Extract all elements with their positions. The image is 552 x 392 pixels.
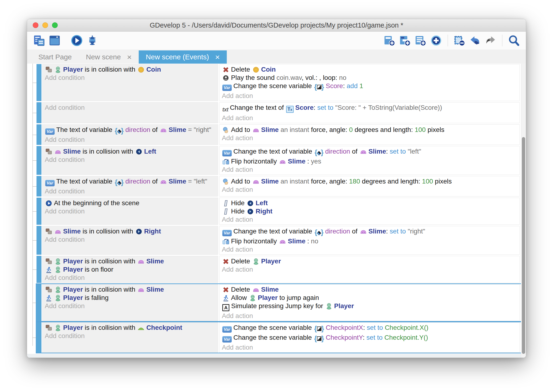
conditions-cell[interactable]: Slime is in collision with RightAdd cond… <box>42 226 218 255</box>
event-drag-bar[interactable] <box>36 124 41 145</box>
event-row[interactable]: Player is in collision with SlimePlayer … <box>36 256 526 283</box>
add-action-button[interactable]: Add action <box>222 215 517 224</box>
event-row[interactable]: Player is in collision with CoinAdd cond… <box>36 64 526 101</box>
action-line[interactable]: VarChange the text of variable {}directi… <box>222 227 517 237</box>
action-line[interactable]: Delete Player <box>222 257 517 265</box>
action-line[interactable]: Add to Slime an instant force, angle: 0 … <box>222 126 517 134</box>
actions-cell[interactable]: Delete CoinPlay the sound coin.wav, vol.… <box>219 64 520 101</box>
delete-selection-button[interactable] <box>453 34 466 47</box>
search-button[interactable] <box>507 34 521 47</box>
action-line[interactable]: Add to Slime an instant force, angle: 18… <box>222 177 517 185</box>
tab-new-scene-events[interactable]: New scene (Events) × <box>139 50 227 64</box>
add-condition-button[interactable]: Add condition <box>45 273 215 282</box>
event-row[interactable]: At the beginning of the sceneAdd conditi… <box>36 198 526 225</box>
undo-button[interactable] <box>468 34 482 47</box>
add-subevent-button[interactable] <box>398 34 412 47</box>
add-action-button[interactable]: Add action <box>222 92 517 100</box>
debug-button[interactable] <box>85 34 99 47</box>
add-condition-button[interactable]: Add condition <box>45 155 215 164</box>
redo-button[interactable] <box>484 34 497 47</box>
action-line[interactable]: Hide Left <box>222 199 517 207</box>
action-line[interactable]: Flip horizontally Slime : no <box>222 237 517 245</box>
event-drag-bar[interactable] <box>36 322 41 353</box>
add-condition-button[interactable]: Add condition <box>45 302 215 310</box>
condition-line[interactable]: Player is in collision with Coin <box>45 65 215 73</box>
condition-line[interactable]: Player is in collision with Slime <box>45 285 215 294</box>
maximize-window-button[interactable] <box>52 22 58 28</box>
conditions-cell[interactable]: Slime is in collision with LeftAdd condi… <box>42 146 218 175</box>
action-line[interactable]: txtChange the text of TxScore: set to "S… <box>222 103 517 114</box>
action-line[interactable]: ASimulate pressing Jump key for Player <box>222 302 517 312</box>
conditions-cell[interactable]: Add condition <box>42 102 218 123</box>
condition-line[interactable]: VarThe text of variable {}direction of S… <box>45 126 215 135</box>
add-action-button[interactable]: Add action <box>222 312 517 320</box>
conditions-cell[interactable]: Player is in collision with SlimePlayer … <box>42 256 218 283</box>
condition-line[interactable]: Player is in collision with Slime <box>45 257 215 265</box>
event-row[interactable]: Player is in collision with SlimePlayer … <box>36 284 526 321</box>
actions-cell[interactable]: txtChange the text of TxScore: set to "S… <box>219 102 520 123</box>
action-line[interactable]: Flip horizontally Slime : yes <box>222 157 517 165</box>
actions-cell[interactable]: Hide LeftHide RightAdd action <box>219 198 520 225</box>
event-row[interactable]: Player is in collision with CheckpointAd… <box>36 322 526 353</box>
event-row[interactable]: Add conditiontxtChange the text of TxSco… <box>36 102 526 123</box>
event-drag-bar[interactable] <box>36 102 41 123</box>
add-condition-button[interactable]: Add condition <box>45 135 215 144</box>
add-action-button[interactable]: Add action <box>222 185 517 194</box>
close-tab-icon[interactable]: × <box>215 53 220 61</box>
action-line[interactable]: VarChange the scene variable {}Checkpoin… <box>222 333 517 343</box>
tab-start-page[interactable]: Start Page <box>31 50 79 64</box>
add-action-button[interactable]: Add action <box>222 343 517 351</box>
condition-line[interactable]: Player is falling <box>45 294 215 302</box>
conditions-cell[interactable]: At the beginning of the sceneAdd conditi… <box>42 198 218 225</box>
actions-cell[interactable]: VarChange the text of variable {}directi… <box>219 226 520 255</box>
actions-cell[interactable]: VarChange the scene variable {}Checkpoin… <box>219 322 520 353</box>
actions-cell[interactable]: Add to Slime an instant force, angle: 0 … <box>219 124 520 145</box>
scrollbar-thumb[interactable] <box>522 137 525 354</box>
action-line[interactable]: Play the sound coin.wav, vol.: , loop: n… <box>222 73 517 82</box>
conditions-cell[interactable]: Player is in collision with CoinAdd cond… <box>42 64 218 101</box>
add-action-button[interactable]: Add action <box>222 265 517 273</box>
actions-cell[interactable]: Delete PlayerAdd action <box>219 256 520 283</box>
event-row[interactable]: VarThe text of variable {}direction of S… <box>36 176 526 196</box>
conditions-cell[interactable]: Player is in collision with CheckpointAd… <box>42 322 218 353</box>
condition-line[interactable]: VarThe text of variable {}direction of S… <box>45 177 215 187</box>
add-condition-button[interactable]: Add condition <box>45 73 215 82</box>
close-tab-icon[interactable]: × <box>127 53 132 61</box>
event-drag-bar[interactable] <box>36 284 41 321</box>
event-drag-bar[interactable] <box>36 176 41 196</box>
play-preview-button[interactable] <box>70 34 84 47</box>
add-condition-button[interactable]: Add condition <box>45 207 215 215</box>
action-line[interactable]: VarChange the scene variable {}Score: ad… <box>222 82 517 92</box>
event-row[interactable]: VarThe text of variable {}direction of S… <box>36 124 526 145</box>
actions-cell[interactable]: Delete SlimeAllow Player to jump againAS… <box>219 284 520 321</box>
add-condition-button[interactable]: Add condition <box>45 103 215 112</box>
action-line[interactable]: Delete Slime <box>222 285 517 294</box>
action-line[interactable]: Delete Coin <box>222 65 517 73</box>
add-event-button[interactable] <box>383 34 396 47</box>
event-drag-bar[interactable] <box>36 256 41 283</box>
add-condition-button[interactable]: Add condition <box>45 187 215 195</box>
condition-line[interactable]: Player is on floor <box>45 265 215 273</box>
event-drag-bar[interactable] <box>36 64 41 101</box>
add-condition-button[interactable]: Add condition <box>45 332 215 340</box>
add-action-button[interactable]: Add action <box>222 114 517 122</box>
condition-line[interactable]: Player is in collision with Checkpoint <box>45 323 215 332</box>
event-drag-bar[interactable] <box>36 146 41 175</box>
condition-line[interactable]: Slime is in collision with Right <box>45 227 215 235</box>
actions-cell[interactable]: VarChange the text of variable {}directi… <box>219 146 520 175</box>
add-action-button[interactable]: Add action <box>222 134 517 142</box>
conditions-cell[interactable]: Player is in collision with SlimePlayer … <box>42 284 218 321</box>
event-drag-bar[interactable] <box>36 198 41 225</box>
event-drag-bar[interactable] <box>36 226 41 255</box>
event-row[interactable]: Slime is in collision with RightAdd cond… <box>36 226 526 255</box>
action-line[interactable]: Allow Player to jump again <box>222 294 517 302</box>
conditions-cell[interactable]: VarThe text of variable {}direction of S… <box>42 124 218 145</box>
action-line[interactable]: Hide Right <box>222 207 517 215</box>
action-line[interactable]: VarChange the scene variable {}Checkpoin… <box>222 323 517 333</box>
condition-line[interactable]: Slime is in collision with Left <box>45 147 215 155</box>
add-comment-button[interactable] <box>414 34 428 47</box>
add-action-button[interactable]: Add action <box>222 245 517 253</box>
conditions-cell[interactable]: VarThe text of variable {}direction of S… <box>42 176 218 196</box>
scene-editor-button[interactable] <box>48 34 62 47</box>
add-action-button[interactable]: Add action <box>222 165 517 174</box>
